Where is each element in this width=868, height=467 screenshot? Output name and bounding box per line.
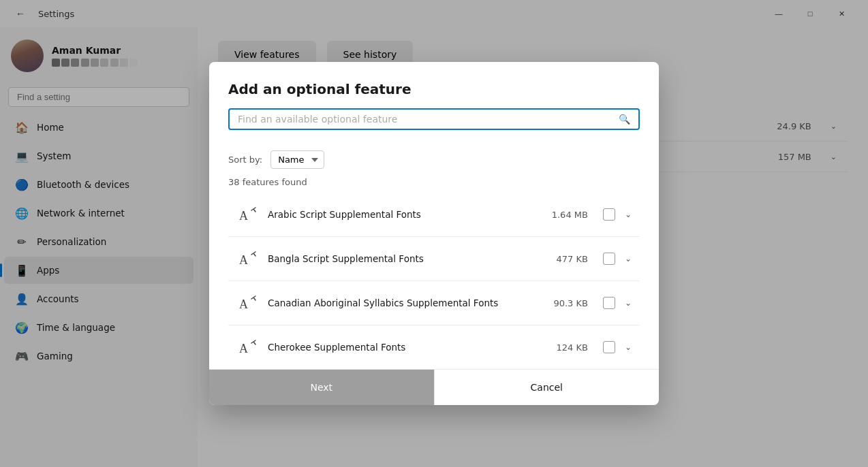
feature-name: Bangla Script Supplemental Fonts	[268, 253, 547, 264]
next-button[interactable]: Next	[209, 370, 434, 405]
feature-checkbox[interactable]	[603, 297, 615, 309]
modal-title: Add an optional feature	[228, 81, 640, 97]
modal-header: Add an optional feature 🔍	[209, 62, 659, 141]
feature-name: Cherokee Supplemental Fonts	[268, 342, 547, 353]
add-optional-feature-modal: Add an optional feature 🔍 Sort by: Name …	[209, 62, 659, 405]
expand-chevron[interactable]: ⌄	[625, 210, 632, 219]
modal-sort-label: Sort by:	[228, 155, 262, 165]
feature-list-item[interactable]: A Arabic Script Supplemental Fonts 1.64 …	[228, 193, 640, 237]
feature-size: 1.64 MB	[552, 210, 588, 220]
search-icon: 🔍	[619, 114, 630, 125]
optional-feature-search-input[interactable]	[238, 114, 613, 125]
modal-feature-list: A Arabic Script Supplemental Fonts 1.64 …	[209, 193, 659, 369]
expand-chevron[interactable]: ⌄	[625, 342, 632, 352]
feature-name: Arabic Script Supplemental Fonts	[268, 209, 542, 220]
feature-list-item[interactable]: A Cherokee Supplemental Fonts 124 KB ⌄	[228, 325, 640, 369]
modal-footer: Next Cancel	[209, 369, 659, 405]
svg-text:A: A	[239, 297, 248, 311]
font-icon-cherokee: A	[236, 336, 258, 358]
font-icon-bangla: A	[236, 248, 258, 270]
svg-text:A: A	[239, 342, 248, 355]
modal-overlay: Add an optional feature 🔍 Sort by: Name …	[0, 0, 868, 467]
feature-list-item[interactable]: A Canadian Aboriginal Syllabics Suppleme…	[228, 281, 640, 325]
feature-size: 90.3 KB	[553, 298, 588, 308]
cancel-button[interactable]: Cancel	[434, 370, 660, 405]
svg-text:A: A	[239, 253, 248, 267]
feature-size: 477 KB	[557, 254, 588, 264]
feature-list-item[interactable]: A Bangla Script Supplemental Fonts 477 K…	[228, 237, 640, 281]
modal-sort-select[interactable]: Name Size Date	[270, 150, 324, 169]
font-icon-arabic: A	[236, 204, 258, 225]
font-icon-canadian: A	[236, 292, 258, 314]
feature-size: 124 KB	[557, 342, 588, 353]
expand-chevron[interactable]: ⌄	[625, 254, 632, 263]
modal-sort-row: Sort by: Name Size Date	[209, 141, 659, 174]
features-count: 38 features found	[209, 174, 659, 193]
expand-chevron[interactable]: ⌄	[625, 298, 632, 308]
feature-checkbox[interactable]	[603, 253, 615, 265]
svg-text:A: A	[239, 209, 248, 223]
modal-search-bar[interactable]: 🔍	[228, 108, 640, 130]
feature-checkbox[interactable]	[603, 341, 615, 353]
feature-checkbox[interactable]	[603, 208, 615, 221]
feature-name: Canadian Aboriginal Syllabics Supplement…	[268, 297, 544, 308]
